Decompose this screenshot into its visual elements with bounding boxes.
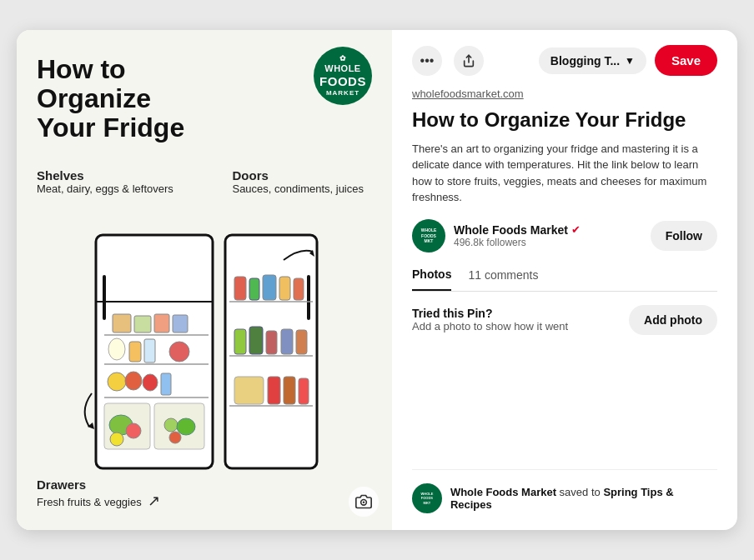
verified-icon: ✔ [571,223,581,236]
toolbar-right: Blogging T... ▼ Save [539,45,717,76]
svg-point-26 [169,432,181,443]
svg-rect-43 [234,377,264,404]
pin-description: There's an art to organizing your fridge… [412,141,717,206]
svg-rect-9 [154,314,169,332]
svg-rect-18 [161,373,171,395]
share-button[interactable] [454,46,484,76]
tried-subtitle: Add a photo to show how it went [412,320,568,332]
svg-rect-41 [281,329,293,354]
chevron-down-icon: ▼ [625,55,635,67]
author-info: WHOLE FOODS MKT Whole Foods Market ✔ 496… [412,219,581,252]
leaf-icon: ✿ [339,54,346,63]
add-photo-button[interactable]: Add photo [629,305,717,335]
author-row: WHOLE FOODS MKT Whole Foods Market ✔ 496… [412,219,717,252]
tab-comments[interactable]: 11 comments [468,268,538,290]
svg-rect-38 [234,329,246,354]
svg-point-25 [177,418,195,435]
label-drawers: Drawers Fresh fruits & veggies ↗ [37,478,160,510]
svg-rect-40 [266,331,277,354]
svg-rect-35 [263,275,276,300]
pin-card: How to Organize Your Fridge ✿ WHOLE FOOD… [17,30,737,530]
tried-text-block: Tried this Pin? Add a photo to show how … [412,307,568,332]
author-name: Whole Foods Market [454,223,568,237]
svg-rect-44 [268,377,280,404]
camera-search-button[interactable] [349,487,379,517]
author-details: Whole Foods Market ✔ 496.8k followers [454,223,581,248]
svg-rect-12 [129,342,141,362]
svg-point-15 [108,372,126,391]
pin-detail-panel: ••• Blogging T... ▼ Save whole [392,30,737,530]
svg-point-14 [169,342,189,362]
svg-point-23 [110,432,123,446]
bottom-attr-avatar: WHOLE FOODS MKT [412,483,442,513]
followers-count: 496.8k followers [454,237,581,248]
save-button[interactable]: Save [655,45,717,76]
svg-rect-13 [144,339,155,362]
fridge-diagram: Shelves Meat, dairy, eggs & leftovers Do… [37,160,372,510]
tried-title: Tried this Pin? [412,307,568,320]
svg-point-17 [143,374,158,391]
source-link[interactable]: wholefoodsmarket.com [412,88,717,100]
svg-rect-46 [299,378,309,404]
pin-left-title: How to Organize Your Fridge [37,55,220,143]
pin-image-panel: How to Organize Your Fridge ✿ WHOLE FOOD… [17,30,392,530]
label-doors: Doors Sauces, condiments, juices [232,168,364,195]
bottom-attribution: WHOLE FOODS MKT Whole Foods Market saved… [412,483,717,513]
svg-rect-10 [173,315,188,332]
svg-point-11 [108,338,125,360]
svg-rect-42 [296,330,307,354]
divider [412,469,717,470]
svg-rect-39 [249,327,263,354]
svg-point-16 [125,372,142,390]
toolbar-left: ••• [412,46,484,76]
camera-icon [355,493,372,510]
svg-point-22 [126,423,141,438]
bottom-attr-text: Whole Foods Market saved to Spring Tips … [450,486,717,511]
arrow-up-right-icon: ↗ [148,492,160,509]
follow-button[interactable]: Follow [651,221,717,251]
svg-point-48 [363,502,365,504]
author-avatar: WHOLE FOODS MKT [412,219,445,252]
tab-photos[interactable]: Photos [412,268,451,291]
svg-rect-8 [134,316,151,332]
top-toolbar: ••• Blogging T... ▼ Save [412,45,717,76]
tabs-row: Photos 11 comments [412,268,717,292]
wholefoodsmarket-logo: ✿ WHOLE FOODS MARKET [314,47,372,105]
svg-rect-7 [113,314,131,332]
fridge-illustration [71,210,338,493]
more-options-button[interactable]: ••• [412,46,442,76]
svg-rect-34 [249,278,259,300]
svg-rect-37 [294,278,304,300]
tried-this-pin-row: Tried this Pin? Add a photo to show how … [412,305,717,335]
pin-title: How to Organize Your Fridge [412,108,717,132]
label-shelves: Shelves Meat, dairy, eggs & leftovers [37,168,173,195]
svg-rect-36 [279,277,290,300]
share-icon [462,54,475,68]
svg-rect-33 [234,277,246,300]
svg-rect-45 [284,377,295,404]
svg-point-24 [164,418,178,432]
board-selector-button[interactable]: Blogging T... ▼ [539,48,646,74]
